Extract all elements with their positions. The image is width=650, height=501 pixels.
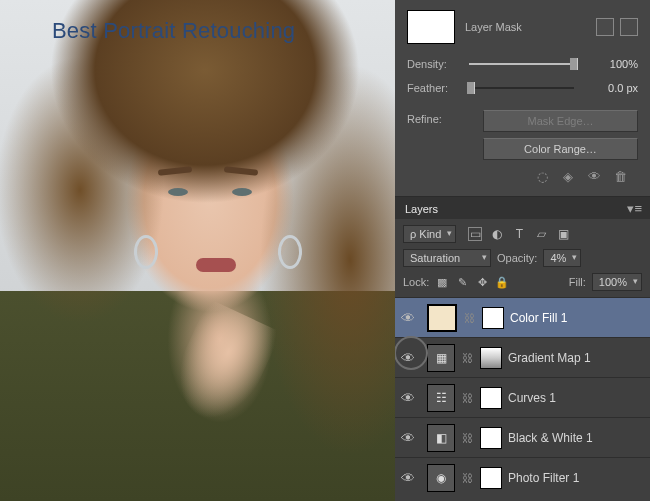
adjustment-icon[interactable]: ▦	[427, 344, 455, 372]
vector-mask-icon[interactable]	[620, 18, 638, 36]
filter-shape-icon[interactable]: ▱	[534, 227, 548, 241]
lock-all-icon[interactable]: 🔒	[495, 275, 509, 289]
adjustment-icon[interactable]: ◧	[427, 424, 455, 452]
adjustment-icon[interactable]: ◉	[427, 464, 455, 492]
layer-name[interactable]: Photo Filter 1	[508, 471, 642, 485]
feather-label: Feather:	[407, 82, 459, 94]
portrait-image	[134, 235, 158, 269]
pixel-mask-icon[interactable]	[596, 18, 614, 36]
link-icon: ⛓	[461, 312, 478, 324]
layer-name[interactable]: Curves 1	[508, 391, 642, 405]
visibility-toggle[interactable]: 👁	[395, 390, 421, 406]
layer-name[interactable]: Black & White 1	[508, 431, 642, 445]
filter-type-icon[interactable]: T	[512, 227, 526, 241]
opacity-value[interactable]: 4%	[543, 249, 581, 267]
delete-mask-icon[interactable]: 🗑	[612, 168, 628, 184]
toggle-mask-icon[interactable]: 👁	[586, 168, 602, 184]
mask-thumbnail[interactable]	[407, 10, 455, 44]
portrait-image	[232, 188, 252, 196]
filter-smart-icon[interactable]: ▣	[556, 227, 570, 241]
lock-label: Lock:	[403, 276, 429, 288]
load-selection-icon[interactable]: ◌	[534, 168, 550, 184]
layers-panel: Layers ▾≡ ρ Kind ▭ ◐ T ▱ ▣ Saturation Op…	[395, 197, 650, 501]
portrait-image	[278, 235, 302, 269]
mask-type-label: Layer Mask	[463, 21, 588, 33]
canvas-area[interactable]: Best Portrait Retouching	[0, 0, 395, 501]
page-title: Best Portrait Retouching	[52, 18, 295, 44]
layer-row[interactable]: 👁 ◉ ⛓ Photo Filter 1	[395, 457, 650, 497]
visibility-toggle[interactable]: 👁	[395, 310, 421, 326]
opacity-label: Opacity:	[497, 252, 537, 264]
feather-value: 0.0 px	[584, 82, 638, 94]
filter-kind-label: Kind	[419, 228, 441, 240]
lock-transparency-icon[interactable]: ▩	[435, 275, 449, 289]
fill-label: Fill:	[569, 276, 586, 288]
layer-name[interactable]: Gradient Map 1	[508, 351, 642, 365]
link-icon: ⛓	[459, 352, 476, 364]
mask-thumbnail[interactable]	[480, 467, 502, 489]
apply-mask-icon[interactable]: ◈	[560, 168, 576, 184]
portrait-image	[168, 188, 188, 196]
lock-pixels-icon[interactable]: ✎	[455, 275, 469, 289]
mask-thumbnail[interactable]	[480, 347, 502, 369]
layer-list: 👁 ⛓ Color Fill 1 👁 ▦ ⛓ Gradient Map 1	[395, 297, 650, 501]
tab-layers[interactable]: Layers	[401, 199, 442, 218]
properties-panel: Layer Mask Density: 100% Feather: 0.0 px…	[395, 0, 650, 197]
feather-slider[interactable]	[469, 87, 574, 89]
link-icon: ⛓	[459, 472, 476, 484]
refine-label: Refine:	[407, 110, 459, 125]
layer-thumbnail[interactable]	[427, 304, 457, 332]
blend-mode-dropdown[interactable]: Saturation	[403, 249, 491, 267]
layer-row[interactable]: 👁 ▦ ⛓ Gradient Map 1	[395, 337, 650, 377]
visibility-toggle[interactable]: 👁	[395, 350, 421, 366]
link-icon: ⛓	[459, 432, 476, 444]
portrait-image	[196, 258, 236, 272]
adjustment-icon[interactable]: ☷	[427, 384, 455, 412]
link-icon: ⛓	[459, 392, 476, 404]
layer-row[interactable]: 👁 ☷ ⛓ Curves 1	[395, 377, 650, 417]
layer-name[interactable]: Color Fill 1	[510, 311, 642, 325]
filter-adjustment-icon[interactable]: ◐	[490, 227, 504, 241]
layer-row[interactable]: 👁 ◧ ⛓ Black & White 1	[395, 417, 650, 457]
lock-position-icon[interactable]: ✥	[475, 275, 489, 289]
panel-menu-icon[interactable]: ▾≡	[625, 201, 644, 216]
fill-value[interactable]: 100%	[592, 273, 642, 291]
density-value: 100%	[584, 58, 638, 70]
mask-thumbnail[interactable]	[482, 307, 504, 329]
filter-kind-dropdown[interactable]: ρ Kind	[403, 225, 456, 243]
density-label: Density:	[407, 58, 459, 70]
mask-thumbnail[interactable]	[480, 427, 502, 449]
visibility-toggle[interactable]: 👁	[395, 430, 421, 446]
mask-edge-button[interactable]: Mask Edge…	[483, 110, 638, 132]
right-panels: Layer Mask Density: 100% Feather: 0.0 px…	[395, 0, 650, 501]
mask-thumbnail[interactable]	[480, 387, 502, 409]
layer-row[interactable]: 👁 ⛓ Color Fill 1	[395, 297, 650, 337]
density-slider[interactable]	[469, 63, 574, 65]
filter-pixel-icon[interactable]: ▭	[468, 227, 482, 241]
color-range-button[interactable]: Color Range…	[483, 138, 638, 160]
visibility-toggle[interactable]: 👁	[395, 470, 421, 486]
